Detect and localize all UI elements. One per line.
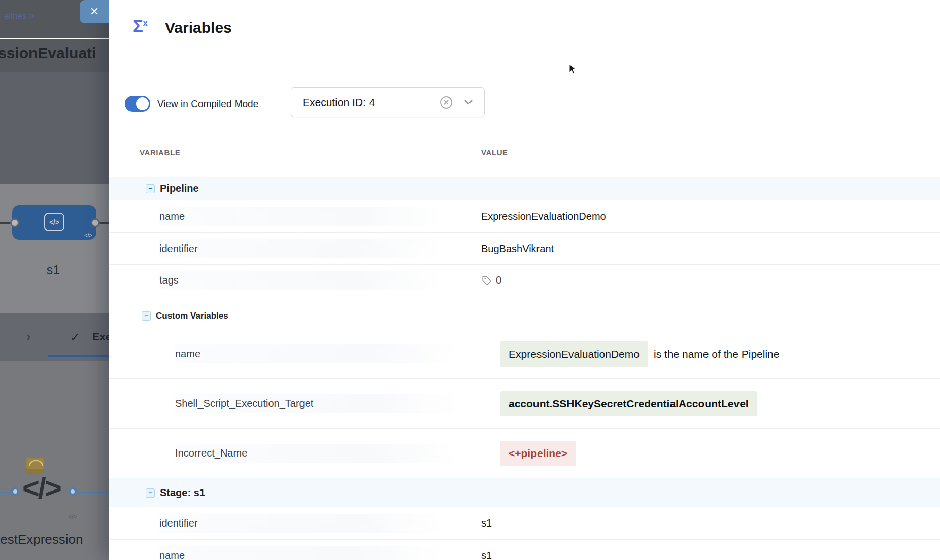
mouse-cursor bbox=[568, 64, 577, 75]
node-port bbox=[69, 487, 77, 496]
table-row: Incorrect_Name <+pipeline> bbox=[109, 428, 940, 478]
variable-name: name bbox=[159, 546, 444, 560]
compiled-mode-toggle[interactable] bbox=[125, 96, 150, 112]
stage-node-s1[interactable]: </> </> bbox=[12, 205, 96, 240]
active-tab-underline bbox=[48, 355, 109, 357]
table-row: name s1 bbox=[109, 539, 940, 560]
section-label: Stage: s1 bbox=[160, 487, 205, 499]
tags-count: 0 bbox=[496, 274, 501, 286]
variable-name: name bbox=[175, 344, 459, 363]
section-label: Pipeline bbox=[160, 183, 199, 194]
variable-value: ExpressionEvaluationDemo bbox=[481, 211, 606, 222]
execution-id-value: Execution ID: 4 bbox=[303, 96, 375, 109]
variables-sigma-icon: Σx bbox=[133, 17, 148, 36]
variable-value: BugBashVikrant bbox=[481, 243, 554, 255]
connector-line bbox=[77, 492, 109, 493]
dimmed-pipeline-background: elines > ssionEvaluati </> </> s1 › ✓ Ex… bbox=[0, 0, 109, 560]
column-variable: VARIABLE bbox=[140, 148, 180, 157]
node-port bbox=[11, 487, 19, 496]
chevron-right-icon[interactable]: › bbox=[26, 329, 31, 344]
custom-stage-icon: </> bbox=[44, 213, 64, 231]
drawer-header: Σx Variables bbox=[109, 0, 940, 69]
section-row-pipeline: − Pipeline bbox=[109, 177, 940, 200]
tab-execution[interactable]: Exe bbox=[92, 331, 109, 343]
node-port bbox=[91, 218, 100, 227]
section-row-custom-variables: − Custom Variables bbox=[109, 303, 940, 329]
step-canvas bbox=[0, 361, 109, 560]
collapse-icon[interactable]: − bbox=[146, 488, 155, 498]
code-icon: </> bbox=[68, 513, 77, 520]
drawer-title: Variables bbox=[165, 19, 232, 37]
variable-value: s1 bbox=[481, 517, 492, 529]
section-label: Custom Variables bbox=[156, 311, 228, 321]
table-row: name ExpressionEvaluationDemo bbox=[109, 200, 940, 232]
table-row: identifier s1 bbox=[109, 507, 940, 539]
close-icon: ✕ bbox=[90, 6, 99, 17]
table-row: name ExpressionEvaluationDemo is the nam… bbox=[109, 329, 940, 378]
stage-node-label: s1 bbox=[0, 263, 107, 277]
table-row: Shell_Script_Execution_Target account.SS… bbox=[109, 378, 940, 428]
breadcrumb[interactable]: elines > bbox=[4, 11, 34, 21]
value-chip: account.SSHKeySecretCredentialAccountLev… bbox=[500, 391, 757, 416]
page-background bbox=[0, 72, 109, 184]
value-chip-error: <+pipeline> bbox=[500, 441, 576, 466]
check-icon: ✓ bbox=[70, 331, 80, 344]
chevron-down-icon[interactable] bbox=[464, 99, 473, 106]
column-value: VALUE bbox=[481, 148, 508, 157]
toggle-label: View in Compiled Mode bbox=[157, 98, 258, 110]
variable-value: 0 bbox=[481, 274, 501, 286]
page-title: ssionEvaluati bbox=[0, 45, 96, 62]
code-icon: </> bbox=[84, 232, 92, 238]
variable-name: identifier bbox=[159, 239, 444, 258]
node-port bbox=[10, 218, 19, 227]
variables-table: − Pipeline name ExpressionEvaluationDemo… bbox=[109, 177, 940, 560]
variable-name: identifier bbox=[159, 514, 444, 533]
variable-name: tags bbox=[159, 271, 444, 290]
value-suffix: is the name of the Pipeline bbox=[654, 348, 780, 360]
table-row: identifier BugBashVikrant bbox=[109, 232, 940, 264]
stage-canvas bbox=[0, 184, 109, 313]
variable-value: s1 bbox=[481, 550, 492, 560]
step-node-label: testExpression bbox=[0, 532, 83, 547]
variables-drawer: Σx Variables View in Compiled Mode Execu… bbox=[109, 0, 940, 560]
toggle-knob bbox=[136, 97, 149, 110]
shell-script-step-icon[interactable]: </> bbox=[22, 471, 60, 505]
variable-name: Incorrect_Name bbox=[175, 444, 459, 463]
collapse-icon[interactable]: − bbox=[146, 184, 155, 193]
value-chip: ExpressionEvaluationDemo bbox=[500, 341, 648, 367]
variable-name: Shell_Script_Execution_Target bbox=[175, 394, 459, 413]
close-drawer-button[interactable]: ✕ bbox=[80, 0, 109, 23]
section-row-stage-s1: − Stage: s1 bbox=[109, 478, 940, 507]
table-row: tags 0 bbox=[109, 264, 940, 296]
connector-line bbox=[0, 492, 11, 493]
clear-selection-icon[interactable] bbox=[440, 96, 453, 109]
variable-name: name bbox=[159, 207, 444, 226]
execution-id-select[interactable]: Execution ID: 4 bbox=[291, 87, 485, 117]
tag-icon bbox=[481, 275, 492, 286]
collapse-icon[interactable]: − bbox=[142, 311, 151, 321]
